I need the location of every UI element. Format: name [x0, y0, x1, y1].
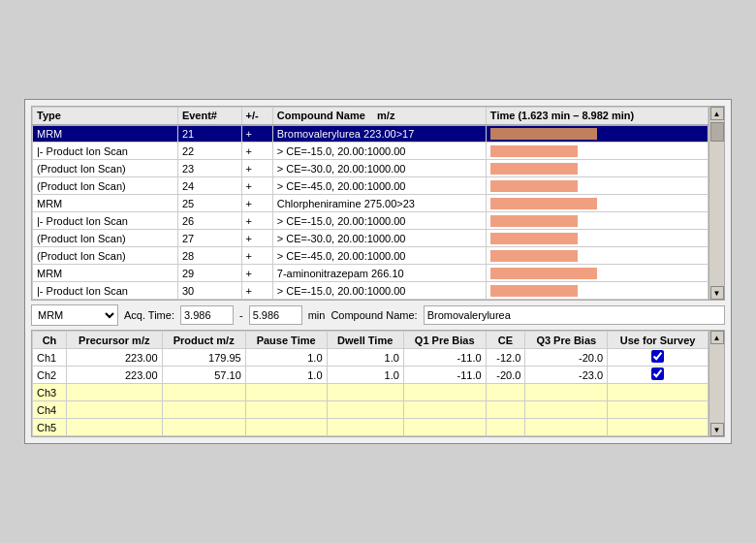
- col-header-compound: Compound Name m/z: [272, 108, 486, 125]
- cell-type: MRM: [33, 125, 178, 143]
- top-table-wrapper: Type Event# +/- Compound Name m/z Time (…: [31, 106, 725, 301]
- cell-precursor: [66, 401, 162, 419]
- cell-compound: > CE=-45.0, 20.00:1000.00: [272, 247, 486, 265]
- col-ce: CE: [486, 332, 525, 349]
- cell-bar: [486, 177, 708, 195]
- cell-sign: +: [241, 230, 272, 247]
- cell-event: 24: [177, 177, 241, 195]
- table-row[interactable]: Ch3: [33, 384, 709, 401]
- col-use: Use for Survey: [608, 332, 709, 349]
- table-row[interactable]: Ch4: [33, 401, 709, 419]
- cell-use-for-survey[interactable]: [608, 419, 709, 436]
- scroll-thumb[interactable]: [710, 122, 724, 142]
- cell-event: 27: [177, 230, 241, 247]
- cell-bar: [486, 247, 708, 265]
- cell-compound: > CE=-30.0, 20.00:1000.00: [272, 160, 486, 177]
- cell-compound: Chlorpheniramine 275.00>23: [272, 195, 486, 212]
- cell-event: 29: [177, 265, 241, 282]
- acq-time-start-input[interactable]: [180, 305, 234, 325]
- cell-product: [162, 401, 245, 419]
- cell-ce: [486, 384, 525, 401]
- top-table-scroll: Type Event# +/- Compound Name m/z Time (…: [32, 107, 709, 300]
- cell-ce: -12.0: [486, 349, 525, 367]
- table-row[interactable]: (Product Ion Scan)24+> CE=-45.0, 20.00:1…: [33, 177, 709, 195]
- cell-precursor: [66, 419, 162, 436]
- cell-type: |- Product Ion Scan: [33, 212, 178, 230]
- cell-product: 179.95: [162, 349, 245, 367]
- cell-q1: -11.0: [403, 349, 486, 367]
- cell-ch: Ch2: [33, 367, 67, 384]
- bottom-scroll-down-arrow[interactable]: ▼: [710, 423, 724, 436]
- cell-q3: -23.0: [525, 367, 608, 384]
- cell-sign: +: [241, 143, 272, 160]
- bottom-table: Ch Precursor m/z Product m/z Pause Time …: [32, 331, 709, 436]
- cell-product: [162, 384, 245, 401]
- cell-sign: +: [241, 160, 272, 177]
- compound-name-input[interactable]: [424, 305, 725, 325]
- cell-compound: > CE=-15.0, 20.00:1000.00: [272, 282, 486, 300]
- cell-compound: > CE=-45.0, 20.00:1000.00: [272, 177, 486, 195]
- col-ch: Ch: [33, 332, 67, 349]
- bottom-scroll-up-arrow[interactable]: ▲: [710, 331, 724, 344]
- table-row[interactable]: MRM21+Bromovalerylurea 223.00>17: [33, 125, 709, 143]
- table-row[interactable]: |- Product Ion Scan30+> CE=-15.0, 20.00:…: [33, 282, 709, 300]
- table-row[interactable]: MRM29+7-aminonitrazepam 266.10: [33, 265, 709, 282]
- table-row[interactable]: Ch5: [33, 419, 709, 436]
- min-label: min: [308, 309, 326, 321]
- cell-sign: +: [241, 212, 272, 230]
- cell-event: 22: [177, 143, 241, 160]
- cell-dwell: [327, 401, 403, 419]
- col-q1: Q1 Pre Bias: [403, 332, 486, 349]
- type-dropdown[interactable]: MRM: [31, 304, 118, 326]
- col-product: Product m/z: [162, 332, 245, 349]
- compound-name-label: Compound Name:: [331, 309, 417, 321]
- cell-use-for-survey[interactable]: [608, 367, 709, 384]
- cell-type: |- Product Ion Scan: [33, 143, 178, 160]
- middle-row: MRM Acq. Time: - min Compound Name:: [31, 304, 725, 326]
- bottom-table-scrollbar[interactable]: ▲ ▼: [709, 331, 724, 436]
- cell-type: (Product Ion Scan): [33, 160, 178, 177]
- cell-q1: -11.0: [403, 367, 486, 384]
- table-row[interactable]: |- Product Ion Scan26+> CE=-15.0, 20.00:…: [33, 212, 709, 230]
- table-row[interactable]: |- Product Ion Scan22+> CE=-15.0, 20.00:…: [33, 143, 709, 160]
- cell-bar: [486, 125, 708, 143]
- cell-q3: -20.0: [525, 349, 608, 367]
- table-row[interactable]: (Product Ion Scan)23+> CE=-30.0, 20.00:1…: [33, 160, 709, 177]
- cell-compound: 7-aminonitrazepam 266.10: [272, 265, 486, 282]
- cell-type: MRM: [33, 265, 178, 282]
- scroll-down-arrow[interactable]: ▼: [710, 286, 724, 300]
- use-survey-checkbox[interactable]: [651, 367, 664, 380]
- cell-bar: [486, 230, 708, 247]
- cell-use-for-survey[interactable]: [608, 384, 709, 401]
- cell-ch: Ch3: [33, 384, 67, 401]
- cell-sign: +: [241, 282, 272, 300]
- cell-dwell: 1.0: [327, 367, 403, 384]
- cell-bar: [486, 143, 708, 160]
- cell-ch: Ch4: [33, 401, 67, 419]
- cell-dwell: [327, 384, 403, 401]
- table-row[interactable]: Ch2223.0057.101.01.0-11.0-20.0-23.0: [33, 367, 709, 384]
- main-panel: Type Event# +/- Compound Name m/z Time (…: [24, 99, 732, 444]
- cell-ch: Ch1: [33, 349, 67, 367]
- cell-bar: [486, 160, 708, 177]
- top-table-scrollbar[interactable]: ▲ ▼: [709, 107, 724, 300]
- col-dwell: Dwell Time: [327, 332, 403, 349]
- cell-compound: > CE=-30.0, 20.00:1000.00: [272, 230, 486, 247]
- cell-q3: [525, 419, 608, 436]
- cell-pause: [245, 384, 327, 401]
- bottom-table-wrapper: Ch Precursor m/z Product m/z Pause Time …: [31, 330, 725, 437]
- cell-precursor: 223.00: [66, 367, 162, 384]
- table-row[interactable]: MRM25+Chlorpheniramine 275.00>23: [33, 195, 709, 212]
- cell-use-for-survey[interactable]: [608, 349, 709, 367]
- use-survey-checkbox[interactable]: [651, 350, 664, 363]
- acq-time-end-input[interactable]: [249, 305, 302, 325]
- col-header-time: Time (1.623 min – 8.982 min): [486, 108, 708, 125]
- cell-event: 28: [177, 247, 241, 265]
- cell-compound: > CE=-15.0, 20.00:1000.00: [272, 212, 486, 230]
- scroll-up-arrow[interactable]: ▲: [710, 107, 724, 120]
- table-row[interactable]: Ch1223.00179.951.01.0-11.0-12.0-20.0: [33, 349, 709, 367]
- cell-use-for-survey[interactable]: [608, 401, 709, 419]
- table-row[interactable]: (Product Ion Scan)27+> CE=-30.0, 20.00:1…: [33, 230, 709, 247]
- cell-dwell: 1.0: [327, 349, 403, 367]
- table-row[interactable]: (Product Ion Scan)28+> CE=-45.0, 20.00:1…: [33, 247, 709, 265]
